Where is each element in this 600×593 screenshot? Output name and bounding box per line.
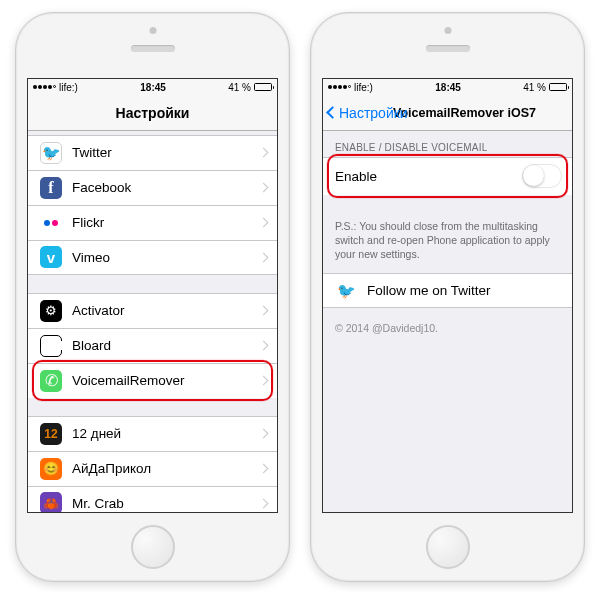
crab-icon: 🦀 bbox=[40, 492, 62, 512]
screen-left: life:) 18:45 41 % Настройки 🐦TwitterfFac… bbox=[27, 78, 278, 513]
chevron-right-icon bbox=[259, 252, 269, 262]
bloard-icon: BLOARD bbox=[40, 335, 62, 357]
chevron-right-icon bbox=[259, 183, 269, 193]
settings-row-vmr[interactable]: ✆VoicemailRemover bbox=[28, 363, 277, 398]
vimeo-icon: v bbox=[40, 246, 62, 268]
settings-row-vimeo[interactable]: vVimeo bbox=[28, 240, 277, 275]
signal-dots-icon bbox=[33, 85, 56, 89]
speaker-slot bbox=[131, 45, 175, 52]
back-button[interactable]: Настройки bbox=[328, 96, 408, 130]
12days-icon: 12 bbox=[40, 423, 62, 445]
ps-note: P.S.: You should close from the multitas… bbox=[323, 213, 572, 264]
battery-icon bbox=[254, 83, 272, 91]
home-button[interactable] bbox=[426, 525, 470, 569]
back-label: Настройки bbox=[339, 105, 408, 121]
settings-row-crab[interactable]: 🦀Mr. Crab bbox=[28, 486, 277, 512]
signal-dots-icon bbox=[328, 85, 351, 89]
enable-toggle[interactable] bbox=[522, 164, 562, 188]
nav-bar: Настройки VoicemailRemover iOS7 bbox=[323, 96, 572, 131]
chevron-right-icon bbox=[259, 429, 269, 439]
chevron-right-icon bbox=[259, 498, 269, 508]
settings-row-flickr[interactable]: Flickr bbox=[28, 205, 277, 240]
status-bar: life:) 18:45 41 % bbox=[28, 79, 277, 96]
facebook-icon: f bbox=[40, 177, 62, 199]
clock-label: 18:45 bbox=[435, 82, 461, 93]
follow-label: Follow me on Twitter bbox=[367, 283, 562, 298]
row-label: Vimeo bbox=[72, 250, 260, 265]
row-label: VoicemailRemover bbox=[72, 373, 260, 388]
activator-icon: ⚙︎ bbox=[40, 300, 62, 322]
settings-row-twitter[interactable]: 🐦Twitter bbox=[28, 135, 277, 170]
aida-icon: 😊 bbox=[40, 458, 62, 480]
follow-twitter-row[interactable]: 🐦 Follow me on Twitter bbox=[323, 273, 572, 308]
settings-row-facebook[interactable]: fFacebook bbox=[28, 170, 277, 205]
chevron-left-icon bbox=[326, 106, 339, 119]
chevron-right-icon bbox=[259, 306, 269, 316]
settings-row-bloard[interactable]: BLOARDBloard bbox=[28, 328, 277, 363]
chevron-right-icon bbox=[259, 341, 269, 351]
carrier-label: life:) bbox=[59, 82, 78, 93]
row-label: Flickr bbox=[72, 215, 260, 230]
copyright-label: © 2014 @Davidedj10. bbox=[323, 308, 572, 348]
camera-dot bbox=[149, 27, 156, 34]
vmr-icon: ✆ bbox=[40, 370, 62, 392]
row-label: 12 дней bbox=[72, 426, 260, 441]
camera-dot bbox=[444, 27, 451, 34]
settings-row-aida[interactable]: 😊АйДаПрикол bbox=[28, 451, 277, 486]
page-title: VoicemailRemover iOS7 bbox=[393, 106, 536, 120]
twitter-icon: 🐦 bbox=[40, 142, 62, 164]
chevron-right-icon bbox=[259, 218, 269, 228]
flickr-icon bbox=[40, 212, 62, 234]
settings-list[interactable]: 🐦TwitterfFacebookFlickrvVimeo⚙︎Activator… bbox=[28, 131, 277, 512]
page-title: Настройки bbox=[116, 105, 190, 121]
chevron-right-icon bbox=[259, 148, 269, 158]
row-label: Facebook bbox=[72, 180, 260, 195]
settings-row-activator[interactable]: ⚙︎Activator bbox=[28, 293, 277, 328]
row-label: Mr. Crab bbox=[72, 496, 260, 511]
enable-label: Enable bbox=[335, 169, 522, 184]
status-bar: life:) 18:45 41 % bbox=[323, 79, 572, 96]
battery-pct-label: 41 % bbox=[523, 82, 546, 93]
iphone-left: life:) 18:45 41 % Настройки 🐦TwitterfFac… bbox=[15, 12, 290, 582]
speaker-slot bbox=[426, 45, 470, 52]
iphone-right: life:) 18:45 41 % Настройки VoicemailRem… bbox=[310, 12, 585, 582]
twitter-icon: 🐦 bbox=[335, 280, 357, 302]
screen-right: life:) 18:45 41 % Настройки VoicemailRem… bbox=[322, 78, 573, 513]
chevron-right-icon bbox=[259, 376, 269, 386]
settings-row-12days[interactable]: 1212 дней bbox=[28, 416, 277, 451]
home-button[interactable] bbox=[131, 525, 175, 569]
battery-pct-label: 41 % bbox=[228, 82, 251, 93]
carrier-label: life:) bbox=[354, 82, 373, 93]
row-label: Bloard bbox=[72, 338, 260, 353]
battery-icon bbox=[549, 83, 567, 91]
row-label: АйДаПрикол bbox=[72, 461, 260, 476]
nav-bar: Настройки bbox=[28, 96, 277, 131]
row-label: Activator bbox=[72, 303, 260, 318]
clock-label: 18:45 bbox=[140, 82, 166, 93]
detail-pane: ENABLE / DISABLE VOICEMAIL Enable P.S.: … bbox=[323, 131, 572, 512]
chevron-right-icon bbox=[259, 464, 269, 474]
section-header: ENABLE / DISABLE VOICEMAIL bbox=[323, 137, 572, 157]
row-label: Twitter bbox=[72, 145, 260, 160]
enable-row[interactable]: Enable bbox=[323, 157, 572, 195]
